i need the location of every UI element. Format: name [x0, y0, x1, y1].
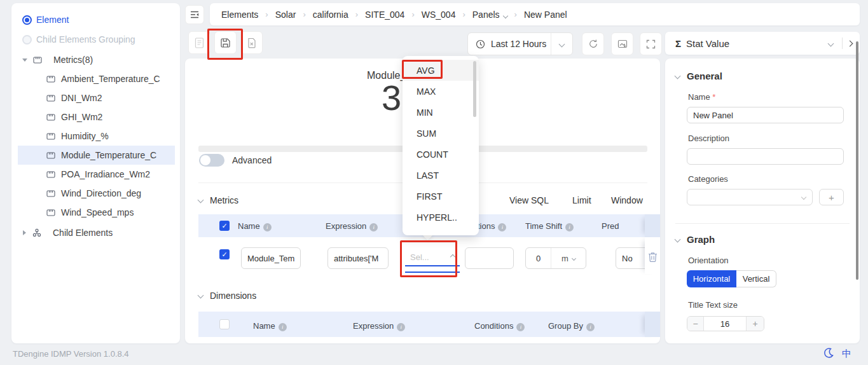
- time-shift-unit-select[interactable]: m: [551, 248, 586, 268]
- metrics-header-checkbox[interactable]: ✓: [219, 221, 230, 231]
- child-elements-icon: [32, 228, 41, 237]
- description-field[interactable]: [687, 148, 844, 165]
- moon-icon: [823, 347, 834, 359]
- metric-name-input[interactable]: Module_Tem: [241, 247, 301, 269]
- sidebar-metric-item[interactable]: Wind_Direction_deg: [18, 184, 175, 203]
- col-prediction: Pred: [602, 221, 619, 231]
- breadcrumb-separator: ›: [514, 10, 517, 19]
- collapse-panel-icon[interactable]: [847, 40, 853, 46]
- advanced-toggle[interactable]: [199, 154, 224, 167]
- name-label: Name *: [688, 92, 715, 102]
- breadcrumb-item[interactable]: Elements: [221, 10, 258, 20]
- aggregation-option[interactable]: FIRST: [403, 186, 479, 207]
- fullscreen-button[interactable]: [640, 32, 662, 55]
- description-label: Description: [688, 134, 729, 143]
- aggregation-option[interactable]: MAX: [403, 81, 479, 102]
- breadcrumb-item[interactable]: SITE_004: [365, 10, 404, 20]
- delete-metric-button[interactable]: [647, 251, 658, 265]
- sidebar-metric-item[interactable]: Humidity_%: [18, 127, 175, 146]
- metric-list: Ambient_Temperature_C DNI_Wm2 GHI_Wm2: [18, 69, 175, 222]
- aggregation-option[interactable]: SUM: [403, 123, 479, 144]
- limit-link[interactable]: Limit: [572, 195, 591, 205]
- graph-collapse-icon[interactable]: [675, 237, 681, 243]
- time-range-selector[interactable]: Last 12 Hours: [467, 32, 573, 55]
- plus-icon: +: [829, 192, 834, 203]
- panel-type-label[interactable]: Stat Value: [686, 38, 729, 49]
- refresh-icon: [588, 39, 598, 49]
- conditions-input[interactable]: [465, 247, 514, 269]
- avg-annotation-box: [402, 60, 443, 79]
- file-x-icon: [247, 38, 257, 48]
- discard-button[interactable]: [240, 31, 263, 54]
- breadcrumb-item[interactable]: WS_004: [422, 10, 456, 20]
- add-category-button[interactable]: +: [819, 189, 844, 205]
- view-sql-link[interactable]: View SQL: [509, 195, 549, 205]
- aggregation-option[interactable]: COUNT: [403, 144, 479, 165]
- window-link[interactable]: Window: [611, 195, 643, 205]
- metrics-collapse-icon[interactable]: [198, 197, 204, 203]
- element-radio[interactable]: [22, 15, 32, 25]
- aggregation-options: AVG MAX MIN SUM COUNT LAST FIRST HYPERL.…: [403, 60, 479, 228]
- aggregation-option[interactable]: MIN: [403, 102, 479, 123]
- breadcrumb-item[interactable]: california: [313, 10, 348, 20]
- col-time-shift: Time Shifti: [525, 221, 574, 231]
- export-image-button[interactable]: [611, 32, 633, 55]
- child-elements-grouping-label[interactable]: Child Elements Grouping: [36, 34, 135, 45]
- metric-label: Module_Temperature_C: [61, 150, 156, 160]
- orientation-horizontal-button[interactable]: Horizontal: [687, 270, 736, 287]
- info-icon: i: [565, 223, 574, 231]
- time-shift-input[interactable]: 0: [526, 248, 551, 268]
- breadcrumb-item[interactable]: Panels: [472, 10, 500, 20]
- time-range-label: Last 12 Hours: [491, 39, 546, 49]
- stepper-increment-button[interactable]: +: [746, 317, 764, 331]
- general-collapse-icon[interactable]: [675, 73, 681, 79]
- dropdown-scrollbar[interactable]: [473, 61, 476, 117]
- sidebar-metric-item[interactable]: Module_Temperature_C: [18, 146, 175, 165]
- stepper-decrement-button[interactable]: −: [687, 317, 704, 331]
- child-elements-label: Child Elements: [53, 228, 113, 238]
- sidebar-metric-item[interactable]: Wind_Speed_mps: [18, 203, 175, 222]
- metric-label: DNI_Wm2: [61, 93, 102, 103]
- metric-label: Ambient_Temperature_C: [61, 74, 160, 84]
- metric-label: Humidity_%: [61, 131, 109, 141]
- right-panel-scrollbar[interactable]: [856, 41, 858, 280]
- breadcrumb-item[interactable]: New Panel: [524, 10, 567, 20]
- breadcrumb-separator: ›: [411, 10, 414, 19]
- metric-icon: [46, 170, 55, 179]
- metric-icon: [46, 189, 55, 198]
- time-range-dropdown[interactable]: [551, 33, 572, 55]
- aggregation-option[interactable]: LAST: [403, 165, 479, 186]
- dark-mode-toggle[interactable]: [823, 347, 834, 361]
- sidebar-metric-item[interactable]: DNI_Wm2: [18, 88, 175, 107]
- header-divider: [842, 38, 843, 49]
- dimensions-header-checkbox[interactable]: [219, 319, 230, 329]
- refresh-button[interactable]: [582, 32, 604, 55]
- child-elements-row[interactable]: Child Elements: [11, 223, 180, 242]
- aggregation-option[interactable]: HYPERL..: [403, 207, 479, 228]
- chevron-down-icon[interactable]: [504, 10, 507, 20]
- chevron-down-icon[interactable]: [828, 40, 834, 46]
- orientation-vertical-button[interactable]: Vertical: [736, 270, 776, 287]
- metric-row-checkbox[interactable]: ✓: [219, 249, 230, 259]
- child-elements-grouping-radio[interactable]: [22, 35, 32, 45]
- sidebar-metric-item[interactable]: Ambient_Temperature_C: [18, 69, 175, 88]
- name-field[interactable]: [687, 107, 844, 123]
- chevron-down-icon: [572, 256, 576, 260]
- dim-col-conditions: Conditionsi: [474, 320, 525, 331]
- caret-right-icon: [23, 230, 26, 235]
- sidebar-metric-item[interactable]: POA_Irradiance_Wm2: [18, 165, 175, 184]
- language-toggle[interactable]: 中: [842, 348, 851, 360]
- stepper-value[interactable]: 16: [704, 317, 746, 331]
- collapse-sidebar-button[interactable]: [185, 5, 204, 24]
- sidebar-metric-item[interactable]: GHI_Wm2: [18, 107, 175, 127]
- metrics-group-row[interactable]: Metrics(8): [11, 50, 180, 69]
- title-size-stepper: − 16 +: [687, 316, 764, 331]
- info-icon: i: [369, 223, 378, 231]
- dimensions-collapse-icon[interactable]: [198, 293, 204, 299]
- categories-select[interactable]: [687, 189, 813, 205]
- metric-expression-input[interactable]: attributes['M: [327, 247, 389, 269]
- toggle-knob: [200, 155, 210, 165]
- breadcrumb-item[interactable]: Solar: [275, 10, 296, 20]
- element-radio-label[interactable]: Element: [36, 15, 69, 25]
- stat-preview-value: 3: [382, 79, 401, 117]
